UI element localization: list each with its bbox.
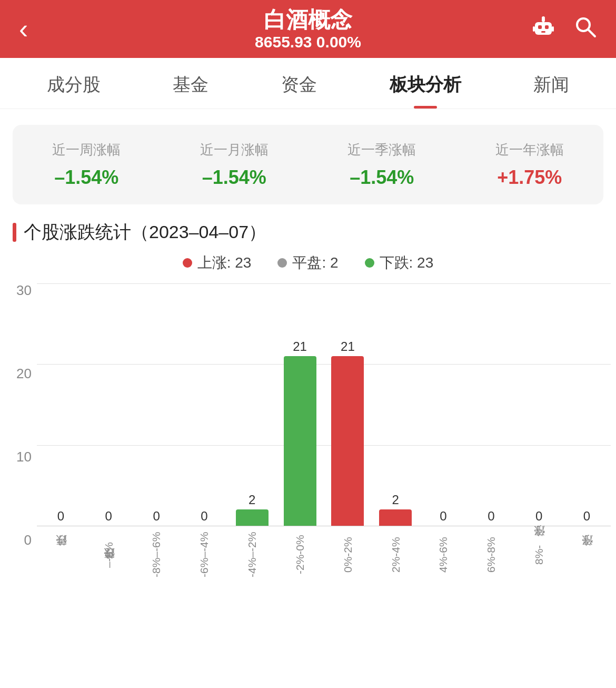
svg-rect-2 <box>545 25 549 29</box>
bar-rect <box>379 509 412 526</box>
tab-news[interactable]: 新闻 <box>528 58 574 109</box>
x-label-text: 跌停 <box>54 531 67 578</box>
legend-flat-dot <box>277 258 287 268</box>
bar-value-label: 0 <box>57 509 64 524</box>
bar-group: 2 <box>372 283 420 526</box>
search-icon[interactable] <box>573 14 597 44</box>
stats-card: 近一周涨幅 –1.54% 近一月涨幅 –1.54% 近一季涨幅 –1.54% 近… <box>13 125 603 204</box>
section-title: 个股涨跌统计（2023–04–07） <box>13 220 603 244</box>
bar-value-label: 0 <box>488 509 494 524</box>
bar-value-label: 0 <box>105 509 112 524</box>
x-label-text: 跌停–-8% <box>102 531 115 578</box>
x-label-item: 涨停 <box>563 526 611 581</box>
svg-point-5 <box>542 16 545 19</box>
x-label-text: 涨停 <box>580 531 593 578</box>
svg-line-9 <box>588 30 595 36</box>
x-label-text: -4%–-2% <box>245 531 259 578</box>
svg-rect-3 <box>541 31 545 33</box>
svg-rect-1 <box>538 25 542 29</box>
tab-capital[interactable]: 资金 <box>276 58 322 109</box>
bar-chart: 30 20 10 0 00002212120000 跌停跌停–-8%-8%–-6… <box>5 283 611 581</box>
x-label-item: -6%–-4% <box>180 526 228 581</box>
x-label-text: 0%-2% <box>341 531 354 578</box>
bar-group: 0 <box>563 283 611 526</box>
bar-value-label: 0 <box>583 509 590 524</box>
x-label-text: -8%–-6% <box>150 531 163 578</box>
x-label-item: -8%–-6% <box>133 526 181 581</box>
y-label-10: 10 <box>5 450 37 464</box>
x-label-text: 8%-涨停 <box>532 531 545 578</box>
tab-components[interactable]: 成分股 <box>42 58 106 109</box>
x-label-item: 跌停–-8% <box>85 526 133 581</box>
bar-group: 0 <box>420 283 468 526</box>
x-label-item: -4%–-2% <box>228 526 276 581</box>
legend-down: 下跌: 23 <box>365 253 434 273</box>
header: ‹ 白酒概念 8655.93 0.00% <box>0 0 616 58</box>
bar-value-label: 21 <box>341 339 355 354</box>
svg-rect-0 <box>535 22 552 35</box>
stat-week: 近一周涨幅 –1.54% <box>13 141 161 189</box>
legend-up-dot <box>183 258 192 268</box>
bar-value-label: 2 <box>392 493 399 507</box>
x-label-item: 8%-涨停 <box>515 526 563 581</box>
header-center: 白酒概念 8655.93 0.00% <box>255 7 361 51</box>
bar-group: 21 <box>324 283 372 526</box>
y-label-30: 30 <box>5 283 37 297</box>
bar-value-label: 2 <box>249 493 255 507</box>
x-label-item: 0%-2% <box>324 526 372 581</box>
legend-down-dot <box>365 258 374 268</box>
bar-rect <box>236 509 269 526</box>
page-title: 白酒概念 <box>255 7 361 33</box>
bar-value-label: 21 <box>293 339 307 354</box>
x-label-item: -2%-0% <box>276 526 324 581</box>
chart-legend: 上涨: 23 平盘: 2 下跌: 23 <box>0 253 616 273</box>
svg-rect-7 <box>552 26 554 32</box>
y-label-20: 20 <box>5 367 37 380</box>
page-subtitle: 8655.93 0.00% <box>255 33 361 51</box>
x-label-text: -2%-0% <box>293 531 306 578</box>
tab-sector-analysis[interactable]: 板块分析 <box>384 58 466 109</box>
tab-bar: 成分股 基金 资金 板块分析 新闻 <box>0 58 616 109</box>
y-label-0: 0 <box>5 533 37 547</box>
bar-rect <box>331 356 364 526</box>
x-label-item: 2%-4% <box>372 526 420 581</box>
stat-month: 近一月涨幅 –1.54% <box>161 141 309 189</box>
bar-group: 0 <box>467 283 515 526</box>
bar-rect <box>284 356 316 526</box>
bar-group: 21 <box>276 283 324 526</box>
back-button[interactable]: ‹ <box>19 13 28 45</box>
header-actions <box>531 14 597 45</box>
tab-funds[interactable]: 基金 <box>167 58 214 109</box>
bar-value-label: 0 <box>201 509 207 524</box>
bar-group: 0 <box>180 283 228 526</box>
stat-year: 近一年涨幅 +1.75% <box>456 141 604 189</box>
robot-icon[interactable] <box>531 14 556 45</box>
x-label-text: 6%-8% <box>484 531 498 578</box>
stat-quarter: 近一季涨幅 –1.54% <box>308 141 456 189</box>
bar-group: 2 <box>228 283 276 526</box>
bar-value-label: 0 <box>153 509 160 524</box>
bar-group: 0 <box>37 283 85 526</box>
legend-up: 上涨: 23 <box>183 253 252 273</box>
bar-value-label: 0 <box>440 509 446 524</box>
bar-value-label: 0 <box>535 509 542 524</box>
bar-group: 0 <box>515 283 563 526</box>
x-label-text: -6%–-4% <box>197 531 211 578</box>
x-label-item: 4%-6% <box>420 526 468 581</box>
x-label-item: 6%-8% <box>467 526 515 581</box>
x-label-text: 2%-4% <box>389 531 402 578</box>
bar-group: 0 <box>133 283 181 526</box>
x-label-item: 跌停 <box>37 526 85 581</box>
bar-group: 0 <box>85 283 133 526</box>
svg-rect-6 <box>533 26 535 32</box>
x-label-text: 4%-6% <box>436 531 450 578</box>
legend-flat: 平盘: 2 <box>277 253 338 273</box>
